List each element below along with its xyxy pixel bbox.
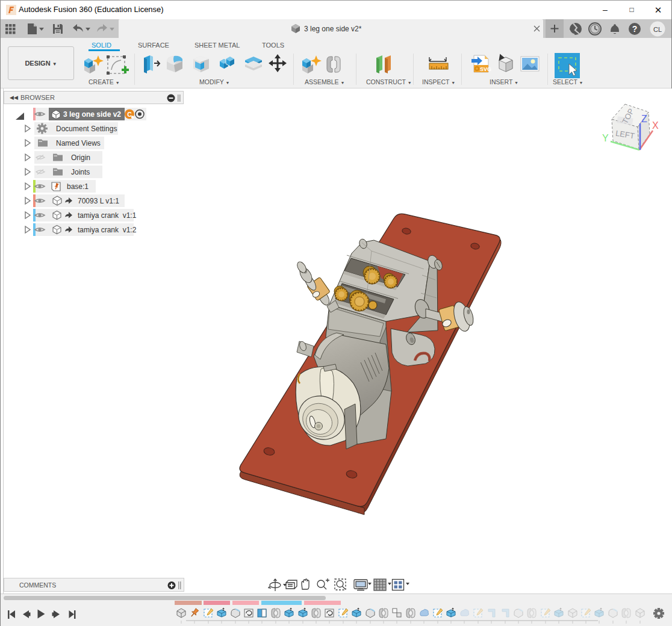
svg-text:SVG: SVG (480, 66, 491, 72)
svg-text:?: ? (632, 24, 638, 34)
svg-text:CL: CL (653, 26, 662, 33)
svg-text:Y: Y (602, 133, 609, 143)
svg-text:3 leg one side v2*: 3 leg one side v2* (304, 25, 362, 33)
svg-text:Z: Z (641, 114, 647, 124)
svg-text:X: X (652, 120, 659, 131)
